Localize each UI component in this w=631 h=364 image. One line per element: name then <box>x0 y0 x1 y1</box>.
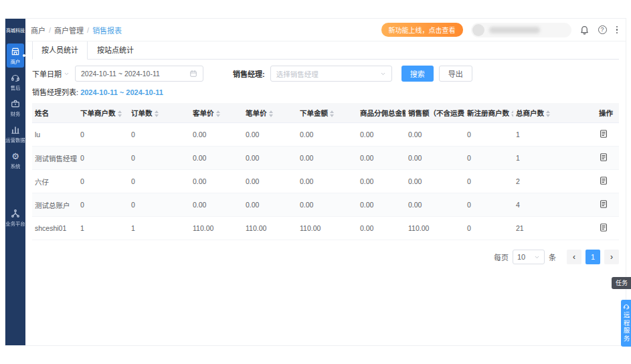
cell-value: 1 <box>128 217 190 240</box>
column-header[interactable]: 下单商户数 <box>78 103 128 123</box>
cell-value: 0 <box>78 193 128 217</box>
column-header[interactable]: 总商户数 <box>513 103 596 123</box>
cell-value: 0.00 <box>297 193 357 217</box>
column-header[interactable]: 下单金额 <box>297 103 357 123</box>
calendar-icon <box>189 70 197 78</box>
cell-value: 0 <box>128 147 190 170</box>
per-page-unit: 条 <box>549 252 556 262</box>
chevron-down-icon <box>64 71 70 77</box>
table-row: 测试销售经理000.000.000.000.000.0001 <box>32 147 619 170</box>
sort-caret-icon[interactable] <box>546 110 550 117</box>
tab-by-site[interactable]: 按站点统计 <box>88 41 143 59</box>
prev-page-button[interactable]: ‹ <box>567 250 581 264</box>
summary-label: 销售经理列表: <box>32 88 78 96</box>
more-menu-icon[interactable] <box>615 25 620 35</box>
cell-value: 110.00 <box>297 217 357 240</box>
date-range-input[interactable]: 2024-10-11 ~ 2024-10-11 <box>75 66 203 82</box>
cell-value: 0.00 <box>243 123 297 147</box>
headset-icon <box>11 73 20 82</box>
help-icon[interactable]: ? <box>598 25 607 34</box>
cell-value: 0 <box>464 147 513 170</box>
notification-icon[interactable] <box>579 25 590 35</box>
column-header: 商品分佣总金额 <box>357 103 405 123</box>
sidebar-item-merchant[interactable]: 商户 <box>7 43 24 68</box>
search-button[interactable]: 搜索 <box>401 66 434 82</box>
chevron-down-icon <box>534 254 540 260</box>
headset-icon <box>623 303 630 310</box>
cell-value: 0.00 <box>357 217 405 240</box>
manager-select[interactable]: 选择销售经理 <box>270 66 392 82</box>
sidebar-item-system[interactable]: ⚙系统 <box>7 148 24 172</box>
sidebar-bottom: 业务平台 <box>5 203 25 232</box>
table-body: lu000.000.000.000.000.0001测试销售经理000.000.… <box>32 123 619 240</box>
cell-value: 1 <box>78 217 128 240</box>
sidebar-item-operation-data[interactable]: 运营数据 <box>7 122 24 146</box>
tab-by-person[interactable]: 按人员统计 <box>32 41 88 60</box>
column-header-label: 下单金额 <box>300 109 328 117</box>
view-detail-button[interactable] <box>599 129 609 139</box>
sidebar-item-business-platform[interactable]: 业务平台 <box>7 205 24 230</box>
column-header[interactable]: 销售额（不含运费） <box>405 103 464 123</box>
breadcrumb-separator: / <box>49 26 51 34</box>
cell-value: 0.00 <box>190 170 243 193</box>
per-page-select[interactable]: 10 <box>513 250 545 264</box>
breadcrumb-item[interactable]: 销售报表 <box>92 25 122 35</box>
sidebar-item-label: 运营数据 <box>5 136 25 143</box>
cell-actions <box>596 193 619 217</box>
table-header-row: 姓名下单商户数订单数客单价笔单价下单金额商品分佣总金额销售额（不含运费）新注册商… <box>32 103 619 123</box>
date-type-label: 下单日期 <box>32 68 62 79</box>
view-detail-button[interactable] <box>599 199 609 209</box>
sort-caret-icon[interactable] <box>155 110 159 117</box>
sort-caret-icon[interactable] <box>511 110 513 117</box>
cell-value: 0.00 <box>190 123 243 147</box>
manager-select-placeholder: 选择销售经理 <box>276 69 380 79</box>
sidebar-item-finance[interactable]: 财务 <box>7 96 24 120</box>
service-float-button[interactable]: 远程服务 <box>621 300 631 347</box>
column-header[interactable]: 新注册商户数 <box>464 103 513 123</box>
cell-value: 2 <box>513 170 596 193</box>
summary-line: 销售经理列表: 2024-10-11 ~ 2024-10-11 <box>32 86 619 97</box>
cell-value: 0.00 <box>357 147 405 170</box>
breadcrumb-item[interactable]: 商户 <box>31 25 46 35</box>
column-header[interactable]: 客单价 <box>190 103 243 123</box>
sort-caret-icon[interactable] <box>269 110 273 117</box>
column-header-label: 新注册商户数 <box>467 109 509 117</box>
cell-actions <box>596 217 619 240</box>
view-detail-button[interactable] <box>599 176 609 186</box>
cell-name: 测试总账户 <box>32 193 78 217</box>
cell-value: 1 <box>513 147 596 170</box>
cell-name: shceshi01 <box>32 217 78 240</box>
table-row: shceshi0111110.00110.00110.000.00110.000… <box>32 217 619 240</box>
column-header[interactable]: 订单数 <box>128 103 190 123</box>
next-page-button[interactable]: › <box>604 250 619 264</box>
sort-caret-icon[interactable] <box>330 110 334 117</box>
breadcrumb-item[interactable]: 商户管理 <box>54 25 84 35</box>
sidebar-item-aftersale[interactable]: 售后 <box>7 70 24 94</box>
chevron-down-icon <box>380 71 386 77</box>
cell-value: 0.00 <box>243 170 297 193</box>
date-type-select[interactable]: 下单日期 <box>32 68 70 79</box>
app-window: 商城科技 商户售后财务运营数据⚙系统 业务平台 商户/商户管理/销售报表 新功能… <box>5 19 626 345</box>
cell-value: 0.00 <box>297 170 357 193</box>
cell-name: 六仔 <box>32 170 78 193</box>
sort-caret-icon[interactable] <box>216 110 220 117</box>
cell-value: 0 <box>78 147 128 170</box>
user-menu[interactable] <box>471 23 571 37</box>
task-float-tag[interactable]: 任务 <box>612 277 631 289</box>
sidebar-item-label: 系统 <box>11 162 21 169</box>
view-detail-button[interactable] <box>599 153 609 163</box>
column-header[interactable]: 笔单价 <box>243 103 297 123</box>
export-button[interactable]: 导出 <box>439 66 472 82</box>
cell-value: 0.00 <box>243 147 297 170</box>
column-header-label: 商品分佣总金额 <box>360 109 405 117</box>
page-number-button[interactable]: 1 <box>585 250 600 264</box>
sort-caret-icon[interactable] <box>118 110 122 117</box>
view-detail-button[interactable] <box>599 223 609 233</box>
per-page-label: 每页 <box>494 252 509 262</box>
cell-actions <box>596 123 619 147</box>
cell-actions <box>596 170 619 193</box>
cell-value: 0 <box>78 170 128 193</box>
promo-badge[interactable]: 新功能上线，点击查看 <box>381 23 463 37</box>
report-table: 姓名下单商户数订单数客单价笔单价下单金额商品分佣总金额销售额（不含运费）新注册商… <box>32 103 619 240</box>
page-buttons: ‹1› <box>567 250 619 264</box>
